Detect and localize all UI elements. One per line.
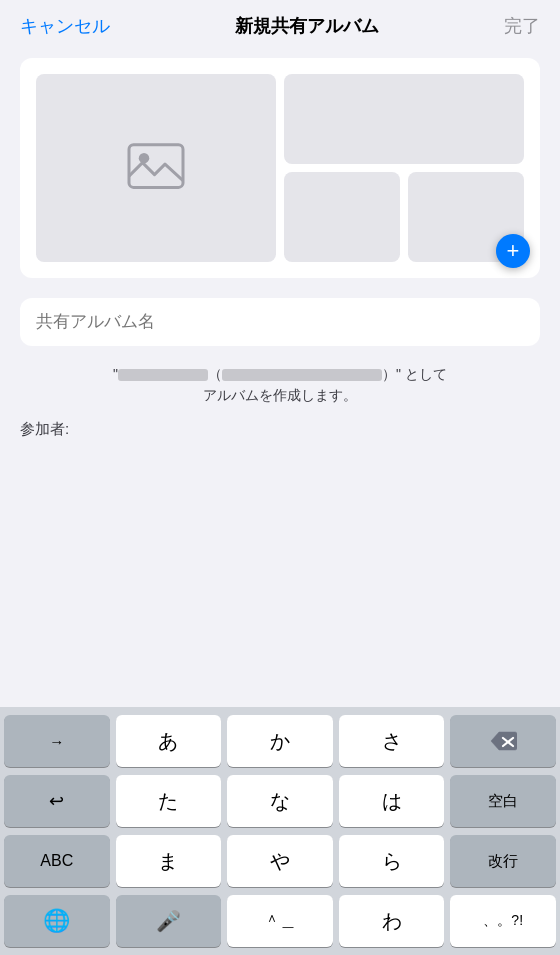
done-button[interactable]: 完了	[504, 14, 540, 38]
key-ta[interactable]: た	[116, 775, 222, 827]
key-ra[interactable]: ら	[339, 835, 445, 887]
key-mic[interactable]: 🎤	[116, 895, 222, 947]
photo-placeholder-icon	[126, 141, 186, 195]
photo-grid: +	[20, 58, 540, 278]
svg-point-1	[139, 153, 150, 164]
key-ka[interactable]: か	[227, 715, 333, 767]
photo-cell-bottom-right[interactable]: +	[408, 172, 524, 262]
key-return[interactable]: 改行	[450, 835, 556, 887]
key-arrow[interactable]: →	[4, 715, 110, 767]
keyboard-row-2: ↩ た な は 空白	[0, 775, 560, 835]
key-ma[interactable]: ま	[116, 835, 222, 887]
photo-grid-right: +	[284, 74, 524, 262]
key-sa[interactable]: さ	[339, 715, 445, 767]
key-wa[interactable]: わ	[339, 895, 445, 947]
cancel-button[interactable]: キャンセル	[20, 14, 110, 38]
key-globe[interactable]: 🌐	[4, 895, 110, 947]
album-name-field-container	[20, 298, 540, 346]
keyboard-row-1: → あ か さ	[0, 715, 560, 775]
main-photo-cell[interactable]	[36, 74, 276, 262]
key-ya[interactable]: や	[227, 835, 333, 887]
blurred-email	[222, 369, 382, 381]
description-line2: アルバムを作成します。	[203, 387, 357, 403]
participants-label: 参加者:	[0, 414, 560, 445]
description-line1: " （ ）" として	[113, 366, 447, 382]
keyboard-row-4: 🌐 🎤 ＾＿ わ 、。?!	[0, 895, 560, 955]
key-delete[interactable]	[450, 715, 556, 767]
photo-cell-bottom-row: +	[284, 172, 524, 262]
keyboard: → あ か さ ↩ た な は 空白 ABC ま や ら 改行 🌐 🎤 ＾＿ わ…	[0, 707, 560, 955]
nav-bar: キャンセル 新規共有アルバム 完了	[0, 0, 560, 48]
key-ha[interactable]: は	[339, 775, 445, 827]
add-photo-button[interactable]: +	[496, 234, 530, 268]
page-title: 新規共有アルバム	[235, 14, 379, 38]
key-a[interactable]: あ	[116, 715, 222, 767]
photo-cell-top-right[interactable]	[284, 74, 524, 164]
key-punctuation[interactable]: 、。?!	[450, 895, 556, 947]
photo-cell-bottom-left[interactable]	[284, 172, 400, 262]
key-small-tsu[interactable]: ＾＿	[227, 895, 333, 947]
description-text: " （ ）" として アルバムを作成します。	[0, 356, 560, 414]
key-abc[interactable]: ABC	[4, 835, 110, 887]
blurred-name	[118, 369, 208, 381]
key-na[interactable]: な	[227, 775, 333, 827]
album-name-input[interactable]	[20, 298, 540, 346]
keyboard-row-3: ABC ま や ら 改行	[0, 835, 560, 895]
key-undo[interactable]: ↩	[4, 775, 110, 827]
key-space[interactable]: 空白	[450, 775, 556, 827]
